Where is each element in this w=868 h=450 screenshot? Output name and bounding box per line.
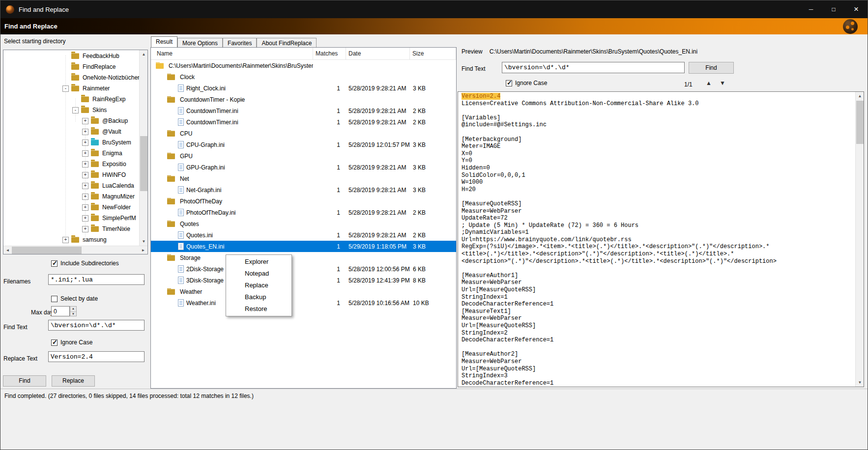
result-row-countdowntimer-ini[interactable]: CountdownTimer.ini15/28/2019 9:28:21 AM2… xyxy=(151,116,456,128)
column-header-date[interactable]: Date xyxy=(346,48,410,59)
result-row-storage[interactable]: Storage xyxy=(151,252,456,263)
result-row-quotes-ini[interactable]: Quotes.ini15/28/2019 9:28:21 AM2 KB xyxy=(151,229,456,241)
previous-match-icon[interactable]: ▲ xyxy=(706,80,712,86)
preview-ignore-case-checkbox[interactable] xyxy=(506,80,512,86)
maximize-button[interactable]: □ xyxy=(822,0,845,18)
preview-find-button[interactable]: Find xyxy=(689,62,734,74)
close-button[interactable]: × xyxy=(845,0,868,18)
result-row-gpu-graph-ini[interactable]: GPU-Graph.ini15/28/2019 9:28:21 AM3 KB xyxy=(151,162,456,173)
result-row-gpu[interactable]: GPU xyxy=(151,150,456,162)
tab-favorites[interactable]: Favorites xyxy=(223,38,257,47)
preview-scroll-down-icon[interactable]: ▼ xyxy=(856,378,864,387)
result-row-3disk-storage[interactable]: 3Disk-Storage15/28/2019 12:41:39 PM8 KB xyxy=(151,275,456,286)
tree-item-rainregexp[interactable]: RainRegExp xyxy=(3,94,139,105)
tree-item-onenote-notizb-cher[interactable]: OneNote-Notizbücher xyxy=(3,72,139,83)
result-row-weather[interactable]: Weather xyxy=(151,286,456,297)
scroll-up-icon[interactable]: ▲ xyxy=(140,50,148,58)
expand-icon[interactable]: + xyxy=(82,215,88,222)
context-menu-item-notepad[interactable]: Notepad xyxy=(226,268,291,280)
result-row-right-clock-ini[interactable]: Right_Clock.ini15/28/2019 9:28:21 AM3 KB xyxy=(151,83,456,94)
tree-item-rainmeter[interactable]: -Rainmeter xyxy=(3,83,139,94)
scroll-right-icon[interactable]: ► xyxy=(139,246,147,254)
context-menu-item-restore[interactable]: Restore xyxy=(226,303,291,315)
preview-find-text-input[interactable] xyxy=(502,62,685,73)
expand-icon[interactable]: + xyxy=(82,150,88,157)
minimize-button[interactable]: ─ xyxy=(800,0,822,18)
result-row-photooftheday[interactable]: PhotoOfTheDay xyxy=(151,196,456,207)
stepper-up-icon[interactable]: ▲ xyxy=(70,307,76,311)
select-by-date-checkbox[interactable] xyxy=(51,296,58,302)
tree-item-findreplace[interactable]: FindReplace xyxy=(3,61,139,72)
expand-icon[interactable]: + xyxy=(82,226,88,232)
scroll-left-icon[interactable]: ◄ xyxy=(3,246,12,254)
context-menu-item-explorer[interactable]: Explorer xyxy=(226,256,291,268)
context-menu-item-backup[interactable]: Backup xyxy=(226,291,291,303)
tree-item-enigma[interactable]: +Enigma xyxy=(3,148,139,159)
tree-item-newfolder[interactable]: +NewFolder xyxy=(3,202,139,213)
preview-line: DecodeCharacterReference=1 xyxy=(462,380,855,387)
tree-item-brusystem[interactable]: +BruSystem xyxy=(3,137,139,148)
result-row-net-graph-ini[interactable]: Net-Graph.ini15/28/2019 9:28:21 AM3 KB xyxy=(151,184,456,196)
tree-item-samsung[interactable]: +samsung xyxy=(3,234,139,245)
tree-item-simpleperfm[interactable]: +SimplePerfM xyxy=(3,213,139,224)
max-days-stepper[interactable]: ▲ ▼ xyxy=(70,306,77,316)
stepper-down-icon[interactable]: ▼ xyxy=(70,311,76,316)
filenames-input[interactable] xyxy=(48,274,145,285)
result-row-photooftheday-ini[interactable]: PhotoOfTheDay.ini15/28/2019 9:28:21 AM2 … xyxy=(151,207,456,218)
expand-icon[interactable]: + xyxy=(62,237,69,243)
column-header-size[interactable]: Size xyxy=(410,48,456,59)
find-button[interactable]: Find xyxy=(3,375,46,387)
replace-text-input[interactable] xyxy=(48,351,145,362)
tree-horizontal-scrollbar[interactable]: ◄ ► xyxy=(3,246,147,254)
result-row-countdowntimer-kopie[interactable]: CountdownTimer - Kopie xyxy=(151,94,456,105)
collapse-icon[interactable]: - xyxy=(62,85,69,92)
expand-icon[interactable]: + xyxy=(82,172,88,178)
tree-item-timernixie[interactable]: +TimerNixie xyxy=(3,224,139,234)
preview-scroll-thumb[interactable] xyxy=(856,101,864,144)
tree-vscroll-thumb[interactable] xyxy=(140,136,147,191)
find-text-input[interactable] xyxy=(48,320,145,331)
tab-about-findreplace[interactable]: About FindReplace xyxy=(257,38,317,47)
tree-item-backup[interactable]: +@Backup xyxy=(3,115,139,126)
expand-icon[interactable]: + xyxy=(82,161,88,168)
result-row-quotes-en-ini[interactable]: Quotes_EN.ini15/29/2019 1:18:05 PM3 KB xyxy=(151,241,456,252)
expand-icon[interactable]: + xyxy=(82,204,88,211)
tree-hscroll-thumb[interactable] xyxy=(12,247,82,254)
scroll-down-icon[interactable]: ▼ xyxy=(140,237,148,246)
tree-vertical-scrollbar[interactable]: ▲ ▼ xyxy=(139,50,147,246)
result-row-cpu[interactable]: CPU xyxy=(151,128,456,139)
result-row-clock[interactable]: Clock xyxy=(151,71,456,83)
preview-scroll-up-icon[interactable]: ▲ xyxy=(856,92,864,100)
tree-item-feedbackhub[interactable]: FeedbackHub xyxy=(3,51,139,61)
replace-button[interactable]: Replace xyxy=(52,375,95,387)
collapse-icon[interactable]: - xyxy=(72,107,79,113)
result-row-2disk-storage[interactable]: 2Disk-Storage15/28/2019 12:00:56 PM6 KB xyxy=(151,263,456,275)
max-days-input[interactable] xyxy=(51,306,70,316)
tree-item-expositio[interactable]: +Expositio xyxy=(3,159,139,169)
tree-item-skins[interactable]: -Skins xyxy=(3,105,139,115)
result-row-quotes[interactable]: Quotes xyxy=(151,218,456,229)
tree-item-magnumizer[interactable]: +MagnuMizer xyxy=(3,191,139,202)
tree-item-luacalenda[interactable]: +LuaCalenda xyxy=(3,180,139,191)
context-menu-item-replace[interactable]: Replace xyxy=(226,280,291,291)
preview-scrollbar[interactable]: ▲ ▼ xyxy=(855,92,864,387)
result-row-countdowntimer-ini[interactable]: CountdownTimer.ini15/28/2019 9:28:21 AM2… xyxy=(151,105,456,116)
result-row-net[interactable]: Net xyxy=(151,173,456,184)
column-header-matches[interactable]: Matches xyxy=(313,48,346,59)
result-row-c-users-martin-documents-rainmeter-skins-brusystem[interactable]: C:\Users\Martin\Documents\Rainmeter\Skin… xyxy=(151,60,456,71)
expand-icon[interactable]: + xyxy=(82,140,88,146)
expand-icon[interactable]: + xyxy=(82,194,88,200)
tab-more-options[interactable]: More Options xyxy=(177,38,223,47)
tree-item-hwinfo[interactable]: +HWiNFO xyxy=(3,169,139,180)
next-match-icon[interactable]: ▼ xyxy=(720,80,725,86)
include-subdirectories-checkbox[interactable] xyxy=(51,260,58,267)
column-header-name[interactable]: Name xyxy=(151,48,313,59)
result-row-cpu-graph-ini[interactable]: CPU-Graph.ini15/28/2019 12:01:57 PM3 KB xyxy=(151,139,456,150)
result-row-weather-ini[interactable]: Weather.ini15/28/2019 10:16:56 AM10 KB xyxy=(151,297,456,309)
expand-icon[interactable]: + xyxy=(82,118,88,124)
ignore-case-checkbox[interactable] xyxy=(51,339,58,346)
expand-icon[interactable]: + xyxy=(82,129,88,135)
tree-item-vault[interactable]: +@Vault xyxy=(3,126,139,137)
expand-icon[interactable]: + xyxy=(82,183,88,189)
tab-result[interactable]: Result xyxy=(151,36,177,47)
